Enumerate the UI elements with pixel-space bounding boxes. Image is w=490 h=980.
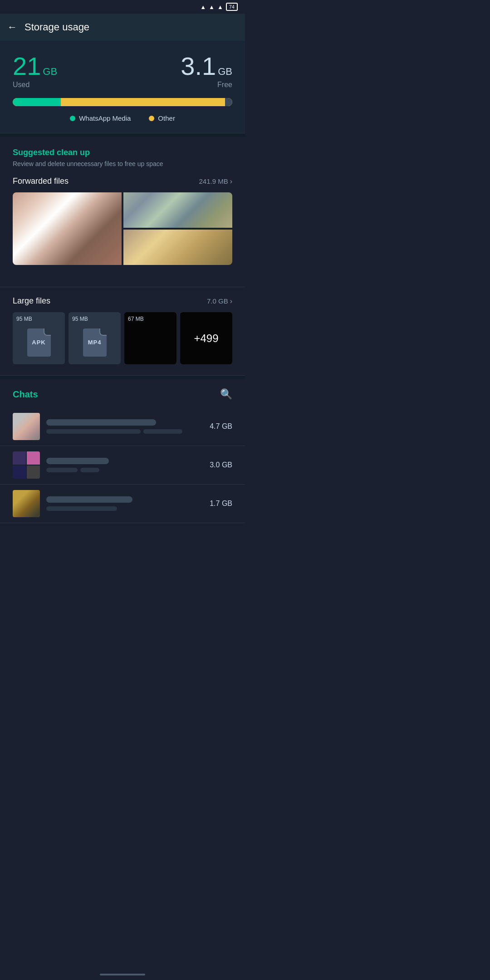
- chat-size-1: 4.7 GB: [210, 422, 232, 431]
- chat-avatar-2: [13, 451, 40, 479]
- chats-section: Chats 🔍 4.7 GB 3.0 GB: [0, 379, 245, 523]
- free-stat: 3.1 GB Free: [181, 54, 232, 89]
- app-bar: ← Storage usage: [0, 14, 245, 41]
- chat-sub-bars-3: [46, 506, 203, 511]
- chat-sub-bars-2: [46, 468, 203, 472]
- storage-bar-used: [13, 98, 61, 106]
- divider-2: [0, 376, 245, 379]
- forwarded-image-2: [123, 192, 232, 228]
- chat-size-3: 1.7 GB: [210, 500, 232, 508]
- chat-sub-bar-1a: [46, 429, 141, 434]
- other-dot: [149, 116, 154, 121]
- chat-item-1[interactable]: 4.7 GB: [0, 407, 245, 446]
- chat-name-bar-2: [46, 458, 109, 464]
- legend-whatsapp: WhatsApp Media: [70, 114, 131, 122]
- wifi-icon: ▲: [200, 4, 206, 10]
- chats-title: Chats: [13, 389, 38, 400]
- file-card-mp4[interactable]: 95 MB MP4: [69, 312, 121, 364]
- free-unit: GB: [218, 66, 232, 78]
- large-files-section: Large files 7.0 GB › 95 MB APK 95 MB MP4: [0, 287, 245, 376]
- chat-avatar-3: [13, 490, 40, 517]
- file-card-video[interactable]: 67 MB: [124, 312, 176, 364]
- chat-name-bar-3: [46, 496, 132, 503]
- large-files-grid: 95 MB APK 95 MB MP4 67 MB +499: [13, 312, 232, 364]
- cleanup-desc: Review and delete unnecessary files to f…: [13, 160, 232, 167]
- back-button[interactable]: ←: [7, 21, 17, 33]
- chat-info-2: [46, 458, 203, 472]
- page-title: Storage usage: [24, 21, 89, 33]
- storage-legend: WhatsApp Media Other: [13, 114, 232, 122]
- forwarded-files-header[interactable]: Forwarded files 241.9 MB ›: [13, 176, 232, 186]
- chat-info-3: [46, 496, 203, 511]
- legend-other: Other: [149, 114, 175, 122]
- used-stat: 21 GB Used: [13, 54, 57, 89]
- chat-sub-bar-3a: [46, 506, 117, 511]
- used-label: Used: [13, 81, 57, 89]
- file-mp4-size: 95 MB: [72, 316, 88, 322]
- whatsapp-dot: [70, 116, 75, 121]
- chat-size-2: 3.0 GB: [210, 461, 232, 469]
- file-card-more[interactable]: +499: [180, 312, 232, 364]
- large-files-header[interactable]: Large files 7.0 GB ›: [13, 296, 232, 306]
- chat-item-2[interactable]: 3.0 GB: [0, 446, 245, 485]
- file-apk-icon: APK: [27, 320, 51, 357]
- forwarded-files-title: Forwarded files: [13, 176, 69, 186]
- forwarded-image-1: [13, 192, 122, 265]
- used-number: 21: [13, 54, 41, 79]
- free-label: Free: [217, 81, 232, 89]
- chat-sub-bar-2a: [46, 468, 78, 472]
- large-files-chevron: ›: [230, 297, 232, 305]
- signal-icon-2: ▲: [217, 4, 223, 10]
- chat-info-1: [46, 419, 203, 434]
- status-bar: ▲ ▲ ▲ 74: [0, 0, 245, 14]
- free-number: 3.1: [181, 54, 216, 79]
- file-card-apk[interactable]: 95 MB APK: [13, 312, 65, 364]
- chat-search-button[interactable]: 🔍: [220, 388, 232, 400]
- file-video-size: 67 MB: [128, 316, 144, 322]
- chat-sub-bar-1b: [143, 429, 183, 434]
- file-apk-size: 95 MB: [16, 316, 32, 322]
- forwarded-image-3: [123, 230, 232, 265]
- chat-item-3[interactable]: 1.7 GB: [0, 485, 245, 523]
- storage-section: 21 GB Used 3.1 GB Free WhatsApp Media Ot…: [0, 41, 245, 133]
- used-unit: GB: [43, 66, 57, 78]
- forwarded-files-grid[interactable]: [13, 192, 232, 265]
- chat-avatar-1: [13, 413, 40, 440]
- legend-other-label: Other: [158, 114, 175, 122]
- chat-name-bar-1: [46, 419, 156, 426]
- storage-bar-end: [225, 98, 232, 106]
- forwarded-image-group: [123, 192, 232, 265]
- cleanup-title: Suggested clean up: [13, 148, 232, 157]
- file-more-count: +499: [194, 332, 218, 345]
- large-files-size: 7.0 GB ›: [207, 297, 232, 305]
- file-mp4-icon: MP4: [83, 320, 107, 357]
- storage-bar: [13, 98, 232, 106]
- forwarded-chevron: ›: [230, 177, 232, 186]
- signal-icon-1: ▲: [209, 4, 215, 10]
- chats-header: Chats 🔍: [0, 388, 245, 407]
- legend-whatsapp-label: WhatsApp Media: [79, 114, 131, 122]
- chat-sub-bar-2b: [80, 468, 99, 472]
- forwarded-files-size: 241.9 MB ›: [199, 177, 232, 186]
- battery-indicator: 74: [226, 3, 238, 11]
- cleanup-section: Suggested clean up Review and delete unn…: [0, 137, 245, 287]
- divider-1: [0, 133, 245, 137]
- large-files-title: Large files: [13, 296, 50, 306]
- chat-sub-bars-1: [46, 429, 203, 434]
- storage-stats: 21 GB Used 3.1 GB Free: [13, 54, 232, 89]
